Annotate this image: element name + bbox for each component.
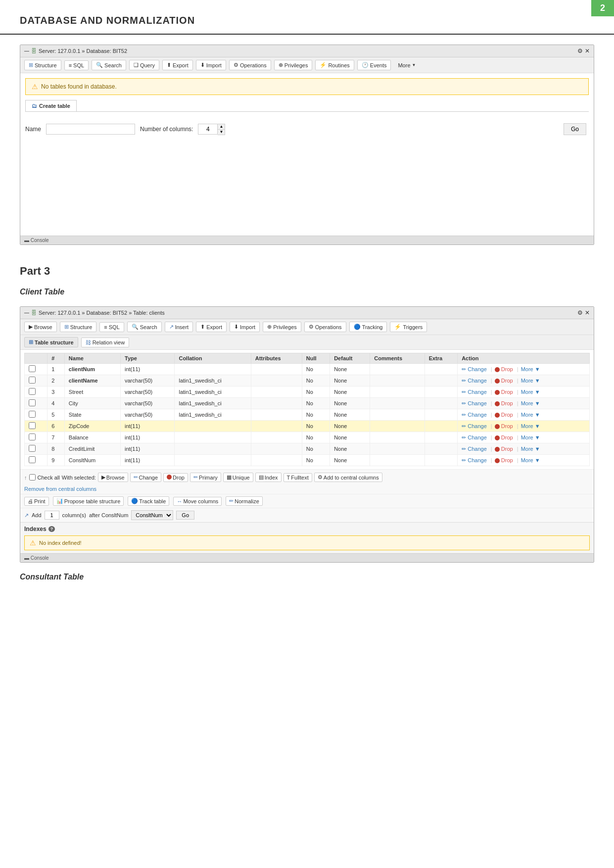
client-close-icon[interactable]: ✕	[585, 309, 590, 316]
client-minus-icon[interactable]: ─	[24, 309, 29, 317]
drop-link[interactable]: Drop	[501, 423, 513, 429]
relation-view-subtab[interactable]: ⛓ Relation view	[81, 338, 129, 347]
client-structure-tab[interactable]: ⊞ Structure	[60, 322, 97, 332]
track-table-btn[interactable]: 🔵 Track table	[128, 496, 169, 506]
more-link[interactable]: More ▼	[521, 434, 540, 440]
change-link[interactable]: ✏ Change	[462, 366, 487, 372]
create-table-tab[interactable]: 🗂 Create table	[25, 100, 77, 111]
drop-link[interactable]: Drop	[501, 366, 513, 372]
settings-icon[interactable]: ⚙	[577, 48, 583, 54]
row-checkbox[interactable]	[29, 456, 36, 463]
more-tab[interactable]: More	[394, 61, 420, 70]
row-checkbox[interactable]	[29, 445, 36, 452]
change-link[interactable]: ✏ Change	[462, 457, 487, 463]
drop-action-btn[interactable]: Drop	[163, 473, 188, 482]
client-sql-tab[interactable]: ≡ SQL	[99, 322, 124, 332]
more-link[interactable]: More ▼	[521, 446, 540, 452]
row-checkbox[interactable]	[29, 434, 36, 440]
operations-tab[interactable]: ⚙ Operations	[229, 60, 271, 70]
indexes-help-icon[interactable]: ?	[48, 526, 55, 532]
client-export-tab[interactable]: ⬆ Export	[196, 322, 227, 332]
privileges-tab[interactable]: ⊕ Privileges	[274, 60, 313, 70]
row-null: No	[302, 455, 330, 466]
minus-icon[interactable]: ─	[24, 47, 29, 55]
change-link[interactable]: ✏ Change	[462, 446, 487, 452]
search-tab[interactable]: 🔍 Search	[92, 60, 126, 70]
go-button[interactable]: Go	[564, 123, 586, 135]
propose-structure-btn[interactable]: 📊 Propose table structure	[53, 496, 124, 506]
routines-tab[interactable]: ⚡ Routines	[315, 60, 354, 70]
spinner-down[interactable]: ▼	[218, 130, 225, 135]
bottom-controls-row2: 🖨 Print 📊 Propose table structure 🔵 Trac…	[20, 494, 594, 508]
structure-tab[interactable]: ⊞ Structure	[24, 60, 61, 70]
more-link[interactable]: More ▼	[521, 389, 540, 395]
col-header-name: Name	[64, 353, 120, 364]
change-action-btn[interactable]: ✏ Change	[130, 473, 162, 482]
after-column-select[interactable]: ConsltNum	[131, 510, 173, 520]
row-checkbox[interactable]	[29, 411, 36, 418]
drop-link[interactable]: Drop	[501, 446, 513, 452]
client-console-bar[interactable]: ▬ Console	[20, 553, 594, 562]
drop-link[interactable]: Drop	[501, 389, 513, 395]
row-collation: latin1_swedish_ci	[175, 409, 251, 421]
drop-link[interactable]: Drop	[501, 412, 513, 418]
drop-link[interactable]: Drop	[501, 434, 513, 440]
move-columns-btn[interactable]: ↔ Move columns	[173, 497, 222, 506]
change-link[interactable]: ✏ Change	[462, 389, 487, 395]
more-link[interactable]: More ▼	[521, 423, 540, 429]
query-tab[interactable]: ❑ Query	[129, 60, 159, 70]
fulltext-action-btn[interactable]: T Fulltext	[283, 473, 312, 482]
close-icon[interactable]: ✕	[585, 48, 590, 54]
normalize-btn[interactable]: ✏ Normalize	[226, 496, 263, 506]
row-checkbox[interactable]	[29, 365, 36, 372]
spinner-up[interactable]: ▲	[218, 124, 225, 130]
client-operations-tab[interactable]: ⚙ Operations	[304, 322, 346, 332]
add-central-btn[interactable]: ⚙ Add to central columns	[314, 473, 382, 482]
export-tab[interactable]: ⬆ Export	[162, 60, 193, 70]
sub-toolbar: ⊞ Table structure ⛓ Relation view	[20, 335, 594, 350]
more-link[interactable]: More ▼	[521, 378, 540, 384]
index-action-btn[interactable]: ▤ Index	[255, 473, 282, 482]
row-checkbox[interactable]	[29, 377, 36, 384]
client-tracking-tab[interactable]: 🔵 Tracking	[349, 322, 387, 332]
change-link[interactable]: ✏ Change	[462, 400, 487, 406]
client-settings-icon[interactable]: ⚙	[577, 309, 583, 316]
import-tab[interactable]: ⬇ Import	[196, 60, 226, 70]
browse-action-btn[interactable]: ▶ Browse	[98, 473, 128, 482]
events-tab[interactable]: 🕐 Events	[357, 60, 391, 70]
client-search-tab[interactable]: 🔍 Search	[127, 322, 162, 332]
print-btn[interactable]: 🖨 Print	[24, 497, 49, 506]
row-checkbox[interactable]	[29, 399, 36, 406]
add-num-input[interactable]	[45, 511, 59, 520]
row-checkbox[interactable]	[29, 388, 36, 395]
browse-tab[interactable]: ▶ Browse	[24, 322, 57, 332]
client-triggers-tab[interactable]: ⚡ Triggers	[390, 322, 427, 332]
table-name-input[interactable]	[46, 124, 135, 135]
check-all-checkbox[interactable]	[29, 474, 36, 481]
change-link[interactable]: ✏ Change	[462, 412, 487, 418]
primary-action-btn[interactable]: ✏ Primary	[190, 473, 221, 482]
console-bar[interactable]: ▬ Console	[20, 236, 594, 244]
sql-tab[interactable]: ≡ SQL	[64, 60, 89, 70]
client-privileges-tab[interactable]: ⊕ Privileges	[263, 322, 301, 332]
drop-link[interactable]: Drop	[501, 378, 513, 384]
change-link[interactable]: ✏ Change	[462, 378, 487, 384]
more-link[interactable]: More ▼	[521, 400, 540, 406]
more-link[interactable]: More ▼	[521, 457, 540, 463]
add-col-go-btn[interactable]: Go	[176, 511, 194, 520]
table-row: 1 clientNum int(11) No None ✏ Change | D…	[25, 364, 590, 375]
unique-action-btn[interactable]: ▦ Unique	[223, 473, 253, 482]
more-link[interactable]: More ▼	[521, 412, 540, 418]
remove-central-link[interactable]: Remove from central columns	[24, 486, 96, 492]
drop-link[interactable]: Drop	[501, 457, 513, 463]
drop-action-icon	[167, 475, 172, 481]
client-import-tab[interactable]: ⬇ Import	[230, 322, 260, 332]
client-insert-tab[interactable]: ↗ Insert	[165, 322, 193, 332]
num-cols-input[interactable]	[198, 124, 218, 135]
row-checkbox[interactable]	[29, 422, 36, 429]
more-link[interactable]: More ▼	[521, 366, 540, 372]
change-link[interactable]: ✏ Change	[462, 423, 487, 429]
drop-link[interactable]: Drop	[501, 400, 513, 406]
table-structure-subtab[interactable]: ⊞ Table structure	[24, 337, 78, 347]
change-link[interactable]: ✏ Change	[462, 434, 487, 440]
